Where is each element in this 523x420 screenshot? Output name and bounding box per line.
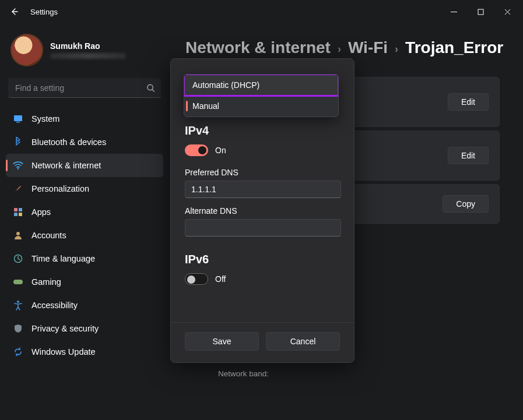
arrow-left-icon — [9, 7, 19, 16]
shield-icon — [13, 323, 23, 334]
minimize-button[interactable] — [440, 2, 467, 21]
sidebar-item-label: System — [31, 114, 59, 123]
maximize-button[interactable] — [467, 2, 494, 21]
alternate-dns-label: Alternate DNS — [185, 206, 340, 216]
window-title: Settings — [30, 8, 58, 16]
sidebar-item-personalization[interactable]: Personalization — [6, 177, 163, 200]
sidebar-item-system[interactable]: System — [6, 107, 163, 130]
sidebar-item-accessibility[interactable]: Accessibility — [6, 294, 163, 317]
svg-rect-8 — [19, 213, 22, 216]
sidebar-item-label: Gaming — [31, 277, 61, 287]
sidebar-item-label: Time & language — [31, 254, 95, 263]
sidebar-item-label: Bluetooth & devices — [31, 137, 106, 147]
sidebar-item-time-language[interactable]: Time & language — [6, 247, 163, 270]
close-icon — [504, 9, 511, 15]
flyout-footer: Save Cancel — [171, 322, 354, 362]
svg-rect-0 — [478, 9, 483, 15]
close-button[interactable] — [494, 2, 521, 21]
bluetooth-icon — [13, 137, 23, 147]
system-icon — [13, 114, 23, 124]
breadcrumb: Network & internet › Wi-Fi › Trojan_Erro… — [185, 38, 500, 57]
sidebar-item-apps[interactable]: Apps — [6, 200, 163, 224]
svg-rect-7 — [14, 213, 17, 216]
search-icon — [146, 84, 155, 93]
profile-name: Sumukh Rao — [50, 41, 126, 51]
dns-edit-flyout: Automatic (DHCP) Manual IPv4 On Preferre… — [170, 58, 354, 363]
profile-email-redacted — [50, 53, 126, 59]
maximize-icon — [478, 9, 484, 15]
back-button[interactable] — [5, 2, 23, 21]
svg-rect-11 — [13, 280, 23, 284]
svg-rect-2 — [14, 115, 22, 121]
sidebar-item-label: Network & internet — [31, 161, 101, 170]
sidebar-item-accounts[interactable]: Accounts — [6, 224, 163, 247]
network-band-label: Network band: — [218, 369, 500, 378]
search-input[interactable] — [8, 78, 161, 98]
brush-icon — [13, 183, 23, 194]
svg-rect-5 — [14, 208, 17, 211]
svg-rect-6 — [19, 208, 22, 211]
preferred-dns-label: Preferred DNS — [185, 168, 340, 177]
ipv6-heading: IPv6 — [185, 253, 340, 266]
gaming-icon — [13, 277, 23, 287]
ipv4-toggle-label: On — [215, 146, 226, 155]
profile-block[interactable]: Sumukh Rao — [6, 29, 163, 76]
ip-mode-option-manual[interactable]: Manual — [184, 96, 338, 117]
breadcrumb-network[interactable]: Network & internet — [185, 38, 331, 57]
alternate-dns-input[interactable] — [185, 219, 341, 237]
ip-mode-dropdown-open: Automatic (DHCP) Manual — [184, 74, 339, 117]
sidebar-item-windows-update[interactable]: Windows Update — [6, 340, 163, 363]
ip-mode-option-automatic[interactable]: Automatic (DHCP) — [184, 75, 338, 96]
preferred-dns-input[interactable] — [185, 181, 341, 198]
accessibility-icon — [13, 300, 23, 310]
chevron-right-icon: › — [395, 43, 398, 55]
title-bar: Settings — [0, 0, 523, 23]
breadcrumb-wifi[interactable]: Wi-Fi — [348, 38, 388, 57]
svg-rect-3 — [16, 122, 20, 122]
clock-icon — [13, 253, 23, 264]
save-button[interactable]: Save — [185, 332, 259, 351]
ipv6-toggle-label: Off — [215, 274, 226, 284]
sidebar-item-label: Privacy & security — [31, 324, 99, 333]
svg-point-4 — [17, 168, 19, 169]
minimize-icon — [451, 9, 457, 15]
sidebar-item-label: Personalization — [31, 184, 89, 193]
cancel-button[interactable]: Cancel — [266, 332, 340, 351]
apps-icon — [13, 207, 23, 217]
chevron-right-icon: › — [338, 43, 341, 55]
edit-ip-button[interactable]: Edit — [448, 93, 489, 111]
ipv4-toggle[interactable] — [185, 144, 208, 156]
search-box[interactable] — [8, 78, 161, 98]
sidebar-item-label: Windows Update — [31, 347, 96, 357]
sidebar-item-gaming[interactable]: Gaming — [6, 270, 163, 294]
svg-point-12 — [17, 301, 19, 303]
person-icon — [13, 230, 23, 241]
sidebar-item-privacy-security[interactable]: Privacy & security — [6, 317, 163, 340]
sidebar-item-label: Accessibility — [31, 301, 78, 310]
nav: SystemBluetooth & devicesNetwork & inter… — [6, 107, 163, 363]
settings-window: Settings Sumukh Rao — [0, 0, 523, 420]
avatar — [10, 34, 43, 66]
update-icon — [13, 347, 23, 357]
ipv4-heading: IPv4 — [185, 124, 340, 137]
edit-dns-button[interactable]: Edit — [448, 147, 489, 164]
copy-button[interactable]: Copy — [443, 195, 489, 213]
breadcrumb-ssid: Trojan_Error — [405, 38, 503, 57]
ipv6-toggle[interactable] — [185, 273, 208, 285]
sidebar-item-label: Accounts — [31, 231, 66, 240]
svg-point-9 — [16, 232, 20, 235]
sidebar-item-bluetooth-devices[interactable]: Bluetooth & devices — [6, 130, 163, 154]
sidebar: Sumukh Rao SystemBluetooth & devicesNetw… — [0, 23, 169, 420]
wifi-icon — [13, 160, 23, 171]
sidebar-item-label: Apps — [31, 207, 51, 217]
svg-point-1 — [148, 84, 153, 90]
sidebar-item-network-internet[interactable]: Network & internet — [6, 154, 163, 177]
